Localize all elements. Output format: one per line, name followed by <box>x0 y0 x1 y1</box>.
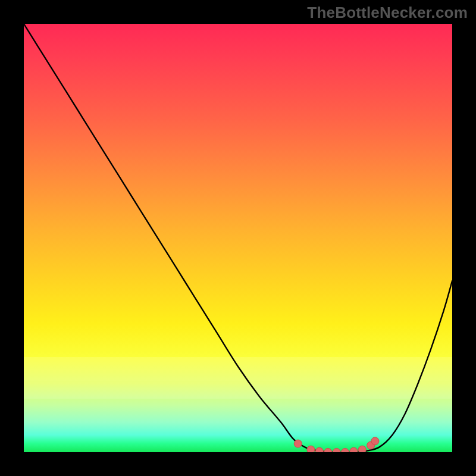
chart-frame: TheBottleNecker.com <box>0 0 476 476</box>
highlight-band-1 <box>24 357 452 381</box>
highlight-band-2 <box>24 381 452 399</box>
plot-area <box>24 24 452 452</box>
watermark-text: TheBottleNecker.com <box>307 4 468 22</box>
